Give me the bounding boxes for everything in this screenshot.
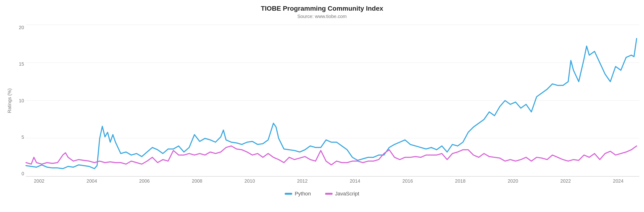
x-tick: 2004 (86, 178, 97, 184)
x-tick: 2020 (508, 178, 518, 184)
x-tick: 2024 (613, 178, 624, 184)
x-tick: 2012 (297, 178, 308, 184)
legend-swatch-icon (325, 193, 333, 195)
x-tick: 2002 (34, 178, 44, 184)
chart-title: TIOBE Programming Community Index (5, 5, 639, 12)
y-axis-label: Ratings (%) (7, 88, 12, 113)
x-tick: 2014 (350, 178, 360, 184)
legend-swatch-icon (285, 193, 292, 195)
chart-container: TIOBE Programming Community Index Source… (5, 5, 639, 197)
legend-item-python[interactable]: Python (285, 191, 311, 197)
x-tick: 2018 (455, 178, 466, 184)
x-tick: 2008 (192, 178, 202, 184)
y-tick: 20 (19, 25, 24, 30)
x-axis-ticks: 2002200420062008201020122014201620182020… (26, 176, 639, 186)
y-axis-label-wrap: Ratings (%) (5, 25, 14, 176)
chart-subtitle: Source: www.tiobe.com (5, 14, 639, 19)
plot-area[interactable] (26, 25, 639, 176)
plot-row: Ratings (%) 20151050 (5, 25, 639, 176)
legend-item-javascript[interactable]: JavaScript (325, 191, 359, 197)
y-tick: 0 (22, 171, 24, 176)
legend: PythonJavaScript (5, 191, 639, 197)
y-axis-ticks: 20151050 (14, 25, 26, 176)
y-tick: 15 (19, 61, 24, 67)
x-tick: 2016 (402, 178, 413, 184)
x-tick: 2022 (560, 178, 571, 184)
y-tick: 10 (19, 98, 24, 103)
legend-label: Python (294, 191, 311, 197)
line-svg (26, 25, 639, 176)
series-python[interactable] (26, 39, 637, 169)
x-tick: 2006 (139, 178, 150, 184)
legend-label: JavaScript (335, 191, 359, 197)
x-tick: 2010 (244, 178, 255, 184)
series-javascript[interactable] (26, 146, 637, 165)
y-tick: 5 (22, 135, 24, 140)
